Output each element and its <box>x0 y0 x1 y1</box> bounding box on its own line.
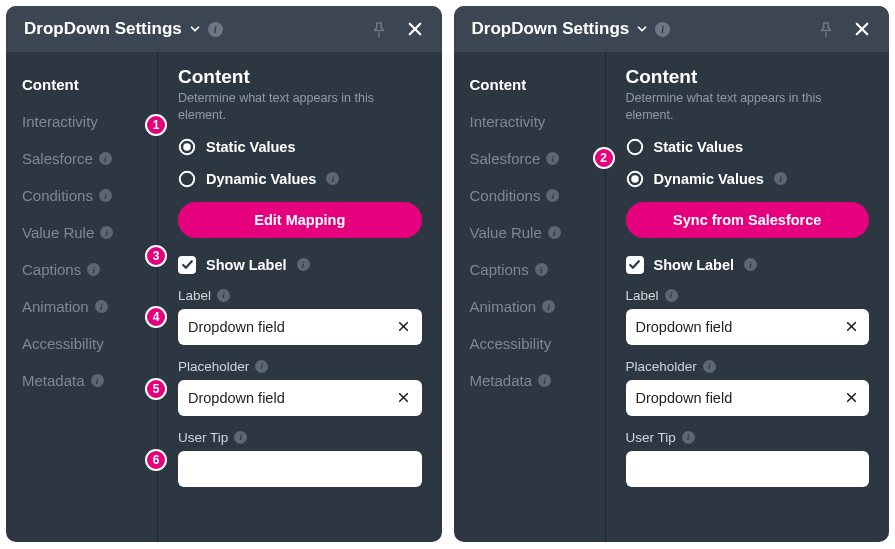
label-field-label: Label <box>178 288 422 303</box>
radio-label: Static Values <box>206 139 295 155</box>
svg-point-13 <box>631 175 639 183</box>
sidebar-item-label: Animation <box>22 298 89 315</box>
info-icon[interactable] <box>234 431 247 444</box>
sidebar-item-animation[interactable]: Animation <box>6 288 157 325</box>
sidebar-item-animation[interactable]: Animation <box>454 288 605 325</box>
sidebar-item-value-rule[interactable]: Value Rule <box>6 214 157 251</box>
checkbox-checked-icon <box>178 256 196 274</box>
content-heading: Content <box>178 66 422 88</box>
close-icon[interactable] <box>849 16 875 42</box>
panel-title[interactable]: DropDown Settings <box>472 19 671 39</box>
info-icon[interactable] <box>665 289 678 302</box>
placeholder-field-label: Placeholder <box>178 359 422 374</box>
radio-selected-icon <box>626 170 644 188</box>
label-input[interactable] <box>626 309 870 345</box>
settings-panel-left: DropDown Settings Content Interactivity … <box>6 6 442 542</box>
sidebar-item-label: Animation <box>470 298 537 315</box>
radio-static-values[interactable]: Static Values <box>626 138 870 156</box>
info-icon[interactable] <box>91 374 104 387</box>
content-heading: Content <box>626 66 870 88</box>
label-field-label: Label <box>626 288 870 303</box>
sidebar-item-interactivity[interactable]: Interactivity <box>454 103 605 140</box>
checkbox-label: Show Label <box>654 257 735 273</box>
sync-salesforce-button[interactable]: Sync from Salesforce <box>626 202 870 238</box>
sidebar-item-label: Interactivity <box>22 113 98 130</box>
sidebar-item-conditions[interactable]: Conditions <box>6 177 157 214</box>
usertip-field-label: User Tip <box>626 430 870 445</box>
content-description: Determine what text appears in this elem… <box>626 90 870 124</box>
radio-static-values[interactable]: Static Values <box>178 138 422 156</box>
edit-mapping-button[interactable]: Edit Mapping <box>178 202 422 238</box>
sidebar-item-metadata[interactable]: Metadata <box>6 362 157 399</box>
clear-icon[interactable] <box>394 388 414 408</box>
sidebar-item-content[interactable]: Content <box>6 66 157 103</box>
info-icon[interactable] <box>255 360 268 373</box>
info-icon[interactable] <box>744 258 757 271</box>
sidebar-item-content[interactable]: Content <box>454 66 605 103</box>
info-icon[interactable] <box>542 300 555 313</box>
info-icon[interactable] <box>535 263 548 276</box>
info-icon[interactable] <box>87 263 100 276</box>
sidebar-item-accessibility[interactable]: Accessibility <box>454 325 605 362</box>
panel-title-text: DropDown Settings <box>472 19 630 39</box>
chevron-down-icon <box>188 22 202 36</box>
sidebar-item-label: Captions <box>22 261 81 278</box>
sidebar-item-label: Salesforce <box>470 150 541 167</box>
info-icon[interactable] <box>95 300 108 313</box>
svg-point-3 <box>183 143 191 151</box>
sidebar-item-label: Conditions <box>470 187 541 204</box>
placeholder-field-label: Placeholder <box>626 359 870 374</box>
clear-icon[interactable] <box>841 388 861 408</box>
info-icon[interactable] <box>682 431 695 444</box>
radio-dynamic-values[interactable]: Dynamic Values <box>178 170 422 188</box>
sidebar-item-label: Accessibility <box>470 335 552 352</box>
panel-title[interactable]: DropDown Settings <box>24 19 223 39</box>
info-icon[interactable] <box>546 152 559 165</box>
placeholder-input[interactable] <box>626 380 870 416</box>
info-icon[interactable] <box>703 360 716 373</box>
pin-icon[interactable] <box>366 16 392 42</box>
info-icon[interactable] <box>297 258 310 271</box>
content-area: 2 Content Determine what text appears in… <box>606 52 890 542</box>
info-icon[interactable] <box>208 22 223 37</box>
info-icon[interactable] <box>100 226 113 239</box>
content-area: 1 3 4 5 6 Content Determine what text ap… <box>158 52 442 542</box>
sidebar-item-label: Conditions <box>22 187 93 204</box>
close-icon[interactable] <box>402 16 428 42</box>
info-icon[interactable] <box>326 172 339 185</box>
sidebar-item-metadata[interactable]: Metadata <box>454 362 605 399</box>
radio-unselected-icon <box>626 138 644 156</box>
show-label-checkbox[interactable]: Show Label <box>626 256 870 274</box>
clear-icon[interactable] <box>394 317 414 337</box>
pin-icon[interactable] <box>813 16 839 42</box>
sidebar-item-label: Value Rule <box>470 224 542 241</box>
radio-label: Dynamic Values <box>654 171 764 187</box>
info-icon[interactable] <box>774 172 787 185</box>
sidebar-item-conditions[interactable]: Conditions <box>454 177 605 214</box>
info-icon[interactable] <box>99 152 112 165</box>
info-icon[interactable] <box>548 226 561 239</box>
placeholder-input[interactable] <box>178 380 422 416</box>
info-icon[interactable] <box>655 22 670 37</box>
sidebar-item-interactivity[interactable]: Interactivity <box>6 103 157 140</box>
info-icon[interactable] <box>546 189 559 202</box>
usertip-input[interactable] <box>178 451 422 487</box>
info-icon[interactable] <box>99 189 112 202</box>
sidebar-item-salesforce[interactable]: Salesforce <box>6 140 157 177</box>
label-input[interactable] <box>178 309 422 345</box>
clear-icon[interactable] <box>841 317 861 337</box>
panel-header: DropDown Settings <box>6 6 442 52</box>
info-icon[interactable] <box>217 289 230 302</box>
info-icon[interactable] <box>538 374 551 387</box>
show-label-checkbox[interactable]: Show Label <box>178 256 422 274</box>
sidebar-item-accessibility[interactable]: Accessibility <box>6 325 157 362</box>
radio-label: Dynamic Values <box>206 171 316 187</box>
usertip-input[interactable] <box>626 451 870 487</box>
sidebar-item-salesforce[interactable]: Salesforce <box>454 140 605 177</box>
sidebar-item-captions[interactable]: Captions <box>6 251 157 288</box>
radio-selected-icon <box>178 138 196 156</box>
radio-dynamic-values[interactable]: Dynamic Values <box>626 170 870 188</box>
sidebar-item-value-rule[interactable]: Value Rule <box>454 214 605 251</box>
sidebar-item-captions[interactable]: Captions <box>454 251 605 288</box>
sidebar: Content Interactivity Salesforce Conditi… <box>454 52 606 542</box>
